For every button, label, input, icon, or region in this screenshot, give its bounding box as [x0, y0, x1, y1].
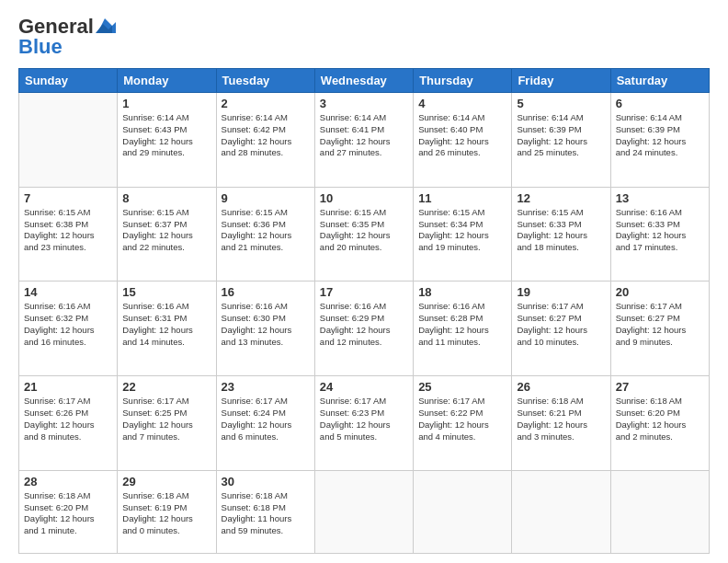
day-number: 29 [122, 475, 210, 488]
day-info: Sunrise: 6:17 AM Sunset: 6:26 PM Dayligh… [24, 396, 112, 442]
day-info: Sunrise: 6:17 AM Sunset: 6:25 PM Dayligh… [122, 396, 210, 442]
day-info: Sunrise: 6:14 AM Sunset: 6:39 PM Dayligh… [616, 112, 704, 159]
day-number: 17 [320, 285, 408, 299]
calendar-cell: 18Sunrise: 6:16 AM Sunset: 6:28 PM Dayli… [414, 282, 512, 376]
calendar-cell: 21Sunrise: 6:17 AM Sunset: 6:26 PM Dayli… [19, 376, 118, 471]
day-number: 13 [616, 191, 704, 205]
day-info: Sunrise: 6:17 AM Sunset: 6:27 PM Dayligh… [616, 301, 704, 348]
day-number: 3 [320, 97, 408, 110]
calendar-cell: 2Sunrise: 6:14 AM Sunset: 6:42 PM Daylig… [216, 93, 314, 188]
calendar-cell: 12Sunrise: 6:15 AM Sunset: 6:33 PM Dayli… [512, 187, 610, 282]
calendar-cell: 13Sunrise: 6:16 AM Sunset: 6:33 PM Dayli… [610, 187, 709, 282]
calendar-cell: 1Sunrise: 6:14 AM Sunset: 6:43 PM Daylig… [118, 93, 216, 188]
day-info: Sunrise: 6:15 AM Sunset: 6:38 PM Dayligh… [24, 207, 112, 254]
col-header-monday: Monday [118, 69, 216, 93]
day-number: 22 [122, 380, 210, 394]
day-info: Sunrise: 6:16 AM Sunset: 6:28 PM Dayligh… [418, 301, 506, 348]
calendar-cell: 15Sunrise: 6:16 AM Sunset: 6:31 PM Dayli… [118, 282, 216, 376]
day-number: 30 [222, 475, 310, 488]
day-info: Sunrise: 6:18 AM Sunset: 6:18 PM Dayligh… [222, 490, 310, 537]
week-row-4: 21Sunrise: 6:17 AM Sunset: 6:26 PM Dayli… [19, 376, 710, 471]
calendar-cell [610, 470, 709, 553]
day-info: Sunrise: 6:15 AM Sunset: 6:34 PM Dayligh… [418, 207, 506, 254]
day-info: Sunrise: 6:15 AM Sunset: 6:33 PM Dayligh… [517, 207, 605, 254]
calendar-cell: 7Sunrise: 6:15 AM Sunset: 6:38 PM Daylig… [19, 187, 118, 282]
day-info: Sunrise: 6:18 AM Sunset: 6:19 PM Dayligh… [122, 490, 210, 537]
col-header-thursday: Thursday [414, 69, 512, 93]
calendar-cell: 3Sunrise: 6:14 AM Sunset: 6:41 PM Daylig… [314, 93, 413, 188]
calendar-header-row: SundayMondayTuesdayWednesdayThursdayFrid… [19, 69, 710, 93]
calendar-cell: 28Sunrise: 6:18 AM Sunset: 6:20 PM Dayli… [19, 470, 118, 553]
calendar-cell: 9Sunrise: 6:15 AM Sunset: 6:36 PM Daylig… [216, 187, 314, 282]
calendar-cell: 5Sunrise: 6:14 AM Sunset: 6:39 PM Daylig… [512, 93, 610, 188]
day-number: 14 [24, 285, 112, 299]
day-number: 26 [517, 380, 605, 394]
day-number: 4 [418, 97, 506, 110]
col-header-sunday: Sunday [19, 69, 118, 93]
day-number: 20 [616, 285, 704, 299]
calendar-cell: 24Sunrise: 6:17 AM Sunset: 6:23 PM Dayli… [314, 376, 413, 471]
day-info: Sunrise: 6:14 AM Sunset: 6:40 PM Dayligh… [418, 112, 506, 159]
calendar-cell [512, 470, 610, 553]
day-number: 1 [122, 97, 210, 110]
day-info: Sunrise: 6:16 AM Sunset: 6:31 PM Dayligh… [122, 301, 210, 348]
day-number: 9 [222, 191, 310, 205]
calendar-cell: 29Sunrise: 6:18 AM Sunset: 6:19 PM Dayli… [118, 470, 216, 553]
day-info: Sunrise: 6:14 AM Sunset: 6:39 PM Dayligh… [517, 112, 605, 159]
col-header-tuesday: Tuesday [216, 69, 314, 93]
calendar-cell: 27Sunrise: 6:18 AM Sunset: 6:20 PM Dayli… [610, 376, 709, 471]
calendar-table: SundayMondayTuesdayWednesdayThursdayFrid… [18, 68, 710, 554]
calendar-cell: 22Sunrise: 6:17 AM Sunset: 6:25 PM Dayli… [118, 376, 216, 471]
col-header-friday: Friday [512, 69, 610, 93]
day-info: Sunrise: 6:16 AM Sunset: 6:33 PM Dayligh… [616, 207, 704, 254]
calendar-cell [19, 93, 118, 188]
day-info: Sunrise: 6:14 AM Sunset: 6:41 PM Dayligh… [320, 112, 408, 159]
day-number: 25 [418, 380, 506, 394]
day-number: 23 [222, 380, 310, 394]
day-number: 11 [418, 191, 506, 205]
day-number: 8 [122, 191, 210, 205]
day-info: Sunrise: 6:15 AM Sunset: 6:37 PM Dayligh… [122, 207, 210, 254]
logo-icon [96, 17, 116, 33]
week-row-5: 28Sunrise: 6:18 AM Sunset: 6:20 PM Dayli… [19, 470, 710, 553]
day-info: Sunrise: 6:17 AM Sunset: 6:24 PM Dayligh… [222, 396, 310, 442]
col-header-saturday: Saturday [610, 69, 709, 93]
day-number: 12 [517, 191, 605, 205]
logo-blue: Blue [18, 35, 63, 59]
day-number: 15 [122, 285, 210, 299]
logo: General Blue [18, 15, 116, 59]
day-number: 7 [24, 191, 112, 205]
day-info: Sunrise: 6:14 AM Sunset: 6:42 PM Dayligh… [222, 112, 310, 159]
day-number: 6 [616, 97, 704, 110]
calendar-cell [314, 470, 413, 553]
day-number: 16 [222, 285, 310, 299]
calendar-cell: 11Sunrise: 6:15 AM Sunset: 6:34 PM Dayli… [414, 187, 512, 282]
calendar-cell: 8Sunrise: 6:15 AM Sunset: 6:37 PM Daylig… [118, 187, 216, 282]
day-number: 19 [517, 285, 605, 299]
day-number: 18 [418, 285, 506, 299]
day-number: 24 [320, 380, 408, 394]
calendar-cell: 6Sunrise: 6:14 AM Sunset: 6:39 PM Daylig… [610, 93, 709, 188]
calendar-cell: 26Sunrise: 6:18 AM Sunset: 6:21 PM Dayli… [512, 376, 610, 471]
day-info: Sunrise: 6:16 AM Sunset: 6:32 PM Dayligh… [24, 301, 112, 348]
week-row-3: 14Sunrise: 6:16 AM Sunset: 6:32 PM Dayli… [19, 282, 710, 376]
day-info: Sunrise: 6:17 AM Sunset: 6:27 PM Dayligh… [517, 301, 605, 348]
day-info: Sunrise: 6:18 AM Sunset: 6:20 PM Dayligh… [616, 396, 704, 442]
calendar-cell: 10Sunrise: 6:15 AM Sunset: 6:35 PM Dayli… [314, 187, 413, 282]
day-info: Sunrise: 6:18 AM Sunset: 6:21 PM Dayligh… [517, 396, 605, 442]
week-row-2: 7Sunrise: 6:15 AM Sunset: 6:38 PM Daylig… [19, 187, 710, 282]
week-row-1: 1Sunrise: 6:14 AM Sunset: 6:43 PM Daylig… [19, 93, 710, 188]
day-number: 21 [24, 380, 112, 394]
calendar-cell: 20Sunrise: 6:17 AM Sunset: 6:27 PM Dayli… [610, 282, 709, 376]
day-info: Sunrise: 6:17 AM Sunset: 6:23 PM Dayligh… [320, 396, 408, 442]
page: General Blue SundayMondayTuesdayWednesda… [0, 0, 728, 563]
day-info: Sunrise: 6:15 AM Sunset: 6:35 PM Dayligh… [320, 207, 408, 254]
calendar-cell: 25Sunrise: 6:17 AM Sunset: 6:22 PM Dayli… [414, 376, 512, 471]
day-info: Sunrise: 6:17 AM Sunset: 6:22 PM Dayligh… [418, 396, 506, 442]
day-number: 5 [517, 97, 605, 110]
day-info: Sunrise: 6:16 AM Sunset: 6:29 PM Dayligh… [320, 301, 408, 348]
calendar-cell: 14Sunrise: 6:16 AM Sunset: 6:32 PM Dayli… [19, 282, 118, 376]
calendar-cell [414, 470, 512, 553]
calendar-cell: 4Sunrise: 6:14 AM Sunset: 6:40 PM Daylig… [414, 93, 512, 188]
header: General Blue [18, 15, 710, 59]
